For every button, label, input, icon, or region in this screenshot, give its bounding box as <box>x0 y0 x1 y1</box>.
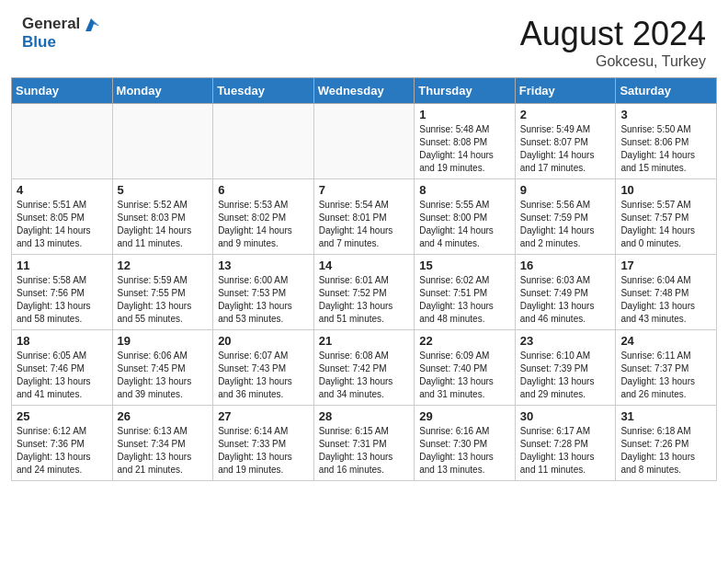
day-cell: 25Sunrise: 6:12 AMSunset: 7:36 PMDayligh… <box>12 406 113 481</box>
day-info: Sunrise: 6:03 AMSunset: 7:49 PMDaylight:… <box>520 274 611 326</box>
day-info: Sunrise: 5:56 AMSunset: 7:59 PMDaylight:… <box>520 199 611 250</box>
day-info: Sunrise: 5:48 AMSunset: 8:08 PMDaylight:… <box>419 123 510 175</box>
day-number: 19 <box>118 334 209 348</box>
day-info: Sunrise: 6:10 AMSunset: 7:39 PMDaylight:… <box>520 350 611 401</box>
day-number: 10 <box>620 183 711 197</box>
col-header-wednesday: Wednesday <box>313 78 415 104</box>
day-cell: 9Sunrise: 5:56 AMSunset: 7:59 PMDaylight… <box>515 179 616 255</box>
title-section: August 2024 Gokcesu, Turkey <box>520 15 706 70</box>
day-info: Sunrise: 6:06 AMSunset: 7:45 PMDaylight:… <box>118 350 209 401</box>
logo-blue: Blue <box>22 33 101 52</box>
day-cell: 2Sunrise: 5:49 AMSunset: 8:07 PMDaylight… <box>515 104 616 179</box>
day-number: 6 <box>218 183 309 197</box>
day-cell: 27Sunrise: 6:14 AMSunset: 7:33 PMDayligh… <box>213 406 314 481</box>
day-number: 7 <box>319 183 410 197</box>
day-number: 2 <box>520 108 611 121</box>
day-cell: 24Sunrise: 6:11 AMSunset: 7:37 PMDayligh… <box>616 330 717 406</box>
day-number: 23 <box>520 334 611 348</box>
day-number: 9 <box>520 183 611 197</box>
col-header-tuesday: Tuesday <box>213 78 314 104</box>
day-number: 3 <box>620 108 711 121</box>
col-header-friday: Friday <box>515 78 616 104</box>
day-cell: 22Sunrise: 6:09 AMSunset: 7:40 PMDayligh… <box>415 330 516 406</box>
day-cell: 23Sunrise: 6:10 AMSunset: 7:39 PMDayligh… <box>515 330 616 406</box>
day-info: Sunrise: 5:59 AMSunset: 7:55 PMDaylight:… <box>118 274 209 326</box>
day-info: Sunrise: 6:01 AMSunset: 7:52 PMDaylight:… <box>319 274 410 326</box>
day-number: 28 <box>319 409 410 423</box>
day-number: 13 <box>218 259 309 272</box>
day-info: Sunrise: 5:49 AMSunset: 8:07 PMDaylight:… <box>520 123 611 175</box>
col-header-sunday: Sunday <box>12 78 113 104</box>
location-subtitle: Gokcesu, Turkey <box>520 53 706 70</box>
logo-icon <box>81 15 101 35</box>
day-cell <box>213 104 314 179</box>
day-info: Sunrise: 6:00 AMSunset: 7:53 PMDaylight:… <box>218 274 309 326</box>
day-info: Sunrise: 6:17 AMSunset: 7:28 PMDaylight:… <box>520 425 611 477</box>
col-header-thursday: Thursday <box>415 78 516 104</box>
day-number: 31 <box>620 409 711 423</box>
day-cell: 15Sunrise: 6:02 AMSunset: 7:51 PMDayligh… <box>415 255 516 330</box>
day-number: 26 <box>118 409 209 423</box>
logo: General Blue <box>22 15 101 52</box>
day-info: Sunrise: 6:12 AMSunset: 7:36 PMDaylight:… <box>17 425 108 477</box>
day-cell <box>12 104 113 179</box>
day-info: Sunrise: 5:55 AMSunset: 8:00 PMDaylight:… <box>419 199 510 250</box>
day-cell: 13Sunrise: 6:00 AMSunset: 7:53 PMDayligh… <box>213 255 314 330</box>
day-cell: 10Sunrise: 5:57 AMSunset: 7:57 PMDayligh… <box>616 179 717 255</box>
day-number: 1 <box>419 108 510 121</box>
day-info: Sunrise: 5:53 AMSunset: 8:02 PMDaylight:… <box>218 199 309 250</box>
day-cell: 19Sunrise: 6:06 AMSunset: 7:45 PMDayligh… <box>112 330 213 406</box>
day-number: 22 <box>419 334 510 348</box>
day-info: Sunrise: 6:18 AMSunset: 7:26 PMDaylight:… <box>620 425 711 477</box>
week-row-4: 18Sunrise: 6:05 AMSunset: 7:46 PMDayligh… <box>12 330 717 406</box>
day-cell <box>313 104 415 179</box>
day-info: Sunrise: 6:04 AMSunset: 7:48 PMDaylight:… <box>620 274 711 326</box>
day-number: 25 <box>17 409 108 423</box>
day-info: Sunrise: 6:05 AMSunset: 7:46 PMDaylight:… <box>17 350 108 401</box>
svg-marker-0 <box>85 18 97 31</box>
page-header: General Blue August 2024 Gokcesu, Turkey <box>4 0 724 77</box>
day-cell: 31Sunrise: 6:18 AMSunset: 7:26 PMDayligh… <box>616 406 717 481</box>
day-number: 27 <box>218 409 309 423</box>
day-cell: 28Sunrise: 6:15 AMSunset: 7:31 PMDayligh… <box>313 406 415 481</box>
day-number: 5 <box>118 183 209 197</box>
day-cell: 29Sunrise: 6:16 AMSunset: 7:30 PMDayligh… <box>415 406 516 481</box>
day-cell: 8Sunrise: 5:55 AMSunset: 8:00 PMDaylight… <box>415 179 516 255</box>
day-cell: 4Sunrise: 5:51 AMSunset: 8:05 PMDaylight… <box>12 179 113 255</box>
day-cell: 18Sunrise: 6:05 AMSunset: 7:46 PMDayligh… <box>12 330 113 406</box>
day-cell <box>112 104 213 179</box>
day-info: Sunrise: 5:58 AMSunset: 7:56 PMDaylight:… <box>17 274 108 326</box>
day-info: Sunrise: 6:02 AMSunset: 7:51 PMDaylight:… <box>419 274 510 326</box>
logo-general: General <box>22 15 80 32</box>
day-number: 8 <box>419 183 510 197</box>
day-number: 21 <box>319 334 410 348</box>
day-cell: 11Sunrise: 5:58 AMSunset: 7:56 PMDayligh… <box>12 255 113 330</box>
day-number: 4 <box>17 183 108 197</box>
day-number: 15 <box>419 259 510 272</box>
day-cell: 7Sunrise: 5:54 AMSunset: 8:01 PMDaylight… <box>313 179 415 255</box>
week-row-5: 25Sunrise: 6:12 AMSunset: 7:36 PMDayligh… <box>12 406 717 481</box>
day-cell: 14Sunrise: 6:01 AMSunset: 7:52 PMDayligh… <box>313 255 415 330</box>
week-row-3: 11Sunrise: 5:58 AMSunset: 7:56 PMDayligh… <box>12 255 717 330</box>
day-number: 24 <box>620 334 711 348</box>
day-cell: 6Sunrise: 5:53 AMSunset: 8:02 PMDaylight… <box>213 179 314 255</box>
day-number: 12 <box>118 259 209 272</box>
day-info: Sunrise: 5:52 AMSunset: 8:03 PMDaylight:… <box>118 199 209 250</box>
col-header-saturday: Saturday <box>616 78 717 104</box>
calendar-table: SundayMondayTuesdayWednesdayThursdayFrid… <box>11 77 717 481</box>
day-info: Sunrise: 6:13 AMSunset: 7:34 PMDaylight:… <box>118 425 209 477</box>
day-cell: 26Sunrise: 6:13 AMSunset: 7:34 PMDayligh… <box>112 406 213 481</box>
day-info: Sunrise: 5:51 AMSunset: 8:05 PMDaylight:… <box>17 199 108 250</box>
day-number: 11 <box>17 259 108 272</box>
day-number: 20 <box>218 334 309 348</box>
day-cell: 1Sunrise: 5:48 AMSunset: 8:08 PMDaylight… <box>415 104 516 179</box>
day-cell: 12Sunrise: 5:59 AMSunset: 7:55 PMDayligh… <box>112 255 213 330</box>
day-cell: 17Sunrise: 6:04 AMSunset: 7:48 PMDayligh… <box>616 255 717 330</box>
day-number: 18 <box>17 334 108 348</box>
day-info: Sunrise: 6:15 AMSunset: 7:31 PMDaylight:… <box>319 425 410 477</box>
month-year-title: August 2024 <box>520 15 706 53</box>
day-info: Sunrise: 6:14 AMSunset: 7:33 PMDaylight:… <box>218 425 309 477</box>
day-number: 17 <box>620 259 711 272</box>
day-info: Sunrise: 5:57 AMSunset: 7:57 PMDaylight:… <box>620 199 711 250</box>
week-row-2: 4Sunrise: 5:51 AMSunset: 8:05 PMDaylight… <box>12 179 717 255</box>
